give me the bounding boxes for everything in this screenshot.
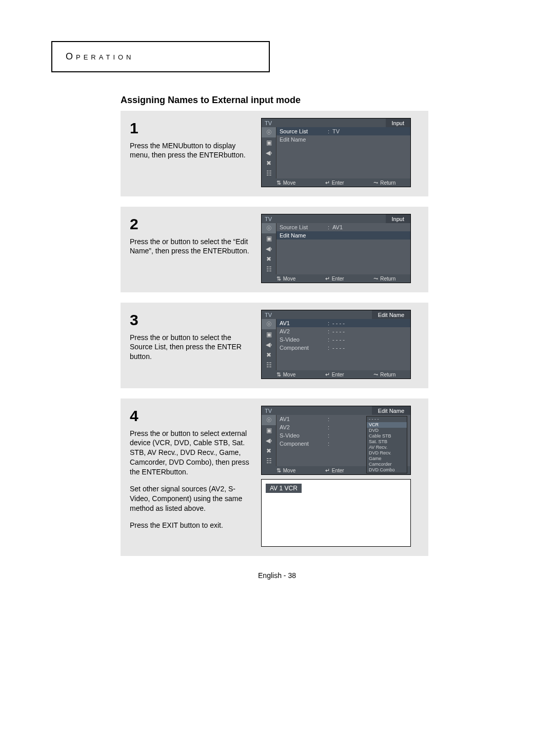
step-4-text-d: button.	[166, 468, 188, 476]
osd-row-val: AV1	[332, 224, 343, 230]
x-icon: ✖	[262, 254, 276, 264]
osd-row-label: Component	[280, 441, 325, 447]
step-3-text: 3 Press the or button to select the Sour…	[130, 310, 253, 383]
osd-3-row-svideo: S-Video : - - - -	[276, 335, 410, 344]
step-2-osd-wrap: TV Input ☉ ▣ ◀› ✖ ☷ Source List :	[261, 214, 419, 287]
osd-row-label: S-Video	[280, 336, 325, 343]
updown-icon: ⇅	[276, 467, 281, 474]
enter-icon: ↵	[325, 467, 330, 474]
step-1-number: 1	[130, 118, 253, 139]
osd-3-row-av1: AV1 : - - - -	[276, 319, 410, 327]
display-icon: ☉	[262, 415, 276, 425]
step-4-text: 4 Press the or button to select external…	[130, 406, 253, 547]
osd-footer-return-label: Return	[380, 180, 395, 186]
osd-footer-move: ⇅Move	[276, 275, 295, 282]
osd-1-title: Input	[386, 118, 410, 127]
step-4-text-a: Press the	[130, 429, 162, 437]
step-4-para3: Press the EXIT button to exit.	[130, 521, 253, 530]
osd-row-colon: :	[328, 328, 329, 334]
osd-4-dropdown: - - - - VCR DVD Cable STB Sat. STB AV Re…	[366, 416, 407, 473]
osd-footer-enter: ↵Enter	[325, 180, 344, 186]
step-3-osd-wrap: TV Edit Name ☉ ▣ ◀› ✖ ☷ AV1 :	[261, 310, 419, 383]
x-icon: ✖	[262, 446, 276, 456]
step-4-number: 4	[130, 406, 253, 427]
step-3-text-a: Press the	[130, 333, 162, 342]
osd-row-label: Edit Name	[280, 232, 325, 238]
osd-row-colon: :	[328, 424, 329, 430]
osd-2-body: ☉ ▣ ◀› ✖ ☷ Source List : AV1 Edit N	[262, 223, 410, 274]
osd-footer-return: ⤳Return	[373, 180, 395, 186]
osd-1-header: TV Input	[262, 118, 410, 127]
x-icon: ✖	[262, 350, 276, 360]
osd-panel-3: TV Edit Name ☉ ▣ ◀› ✖ ☷ AV1 :	[261, 310, 411, 379]
step-2-number: 2	[130, 214, 253, 235]
step-4: 4 Press the or button to select external…	[121, 399, 428, 556]
box-icon: ▣	[262, 425, 276, 435]
osd-3-row-component: Component : - - - -	[276, 344, 410, 352]
step-2: 2 Press the or button to select the “Edi…	[121, 207, 428, 292]
osd-row-label: S-Video	[280, 432, 325, 439]
osd-2-tv-label: TV	[262, 216, 275, 222]
dropdown-item-selected: VCR	[367, 422, 407, 428]
box-icon: ▣	[262, 233, 276, 244]
enter-icon: ↵	[325, 180, 330, 186]
osd-footer-enter-label: Enter	[332, 276, 344, 282]
osd-1-content: Source List : TV Edit Name	[276, 127, 410, 178]
dropdown-item: DVD Recv.	[367, 450, 407, 456]
box-icon: ▣	[262, 329, 276, 340]
osd-3-footer: ⇅Move ↵Enter ⤳Return	[262, 370, 410, 379]
dropdown-item: Game	[367, 456, 407, 462]
osd-footer-move: ⇅Move	[276, 371, 295, 378]
osd-footer-enter: ↵Enter	[325, 467, 344, 474]
osd-4-header: TV Edit Name	[262, 406, 410, 415]
osd-row-val: - - - -	[332, 336, 345, 343]
updown-icon: ⇅	[276, 275, 281, 282]
step-3: 3 Press the or button to select the Sour…	[121, 303, 428, 388]
osd-1-footer: ⇅Move ↵Enter ⤳Return	[262, 178, 410, 187]
osd-1-tv-label: TV	[262, 120, 275, 126]
x-icon: ✖	[262, 158, 276, 168]
osd-row-colon: :	[328, 416, 329, 422]
osd-row-val: - - - -	[332, 345, 345, 351]
section-title: Assigning Names to External input mode	[121, 95, 503, 106]
osd-3-content: AV1 : - - - - AV2 : - - - - S-Video :	[276, 319, 410, 370]
osd-row-label: Source List	[280, 128, 325, 134]
step-2-text-a: Press the	[130, 237, 162, 246]
step-3-number: 3	[130, 310, 253, 331]
osd-footer-move: ⇅Move	[276, 467, 295, 474]
step-2-text-b: or	[162, 237, 170, 246]
osd-row-label: AV2	[280, 424, 325, 430]
speaker-icon: ◀›	[262, 340, 276, 350]
osd-row-val: - - - -	[332, 328, 345, 334]
osd-row-colon: :	[328, 441, 329, 447]
dropdown-item: - - - -	[367, 416, 407, 422]
osd-1-row-edit-name: Edit Name	[276, 135, 410, 144]
step-1-text: 1 Press the MENUbutton to display menu, …	[130, 118, 253, 191]
page: Operation Assigning Names to External in…	[0, 0, 554, 756]
return-icon: ⤳	[373, 275, 378, 282]
osd-4-title: Edit Name	[372, 406, 410, 415]
osd-4-result-box: AV 1 VCR	[261, 479, 411, 547]
osd-3-header: TV Edit Name	[262, 310, 410, 319]
osd-footer-enter-label: Enter	[332, 468, 344, 473]
osd-row-colon: :	[328, 320, 329, 326]
osd-footer-enter-label: Enter	[332, 180, 344, 186]
sliders-icon: ☷	[262, 168, 276, 178]
dropdown-item: DVD	[367, 428, 407, 433]
osd-1-row-source-list: Source List : TV	[276, 127, 410, 135]
osd-4-body: ☉ ▣ ◀› ✖ ☷ AV1 : AV2 :	[262, 415, 410, 466]
updown-icon: ⇅	[276, 371, 281, 378]
osd-footer-return: ⤳Return	[373, 371, 395, 378]
sliders-icon: ☷	[262, 360, 276, 370]
osd-row-label: Edit Name	[280, 136, 325, 143]
osd-row-colon: :	[328, 128, 329, 134]
dropdown-item: Cable STB	[367, 433, 407, 439]
osd-panel-4: TV Edit Name ☉ ▣ ◀› ✖ ☷ AV1 :	[261, 406, 411, 475]
osd-2-content: Source List : AV1 Edit Name	[276, 223, 410, 274]
osd-row-label: Source List	[280, 224, 325, 230]
sliders-icon: ☷	[262, 264, 276, 274]
osd-3-body: ☉ ▣ ◀› ✖ ☷ AV1 : - - - - AV2	[262, 319, 410, 370]
box-icon: ▣	[262, 137, 276, 148]
osd-3-title: Edit Name	[372, 310, 410, 319]
osd-4-result-bar: AV 1 VCR	[266, 484, 302, 493]
